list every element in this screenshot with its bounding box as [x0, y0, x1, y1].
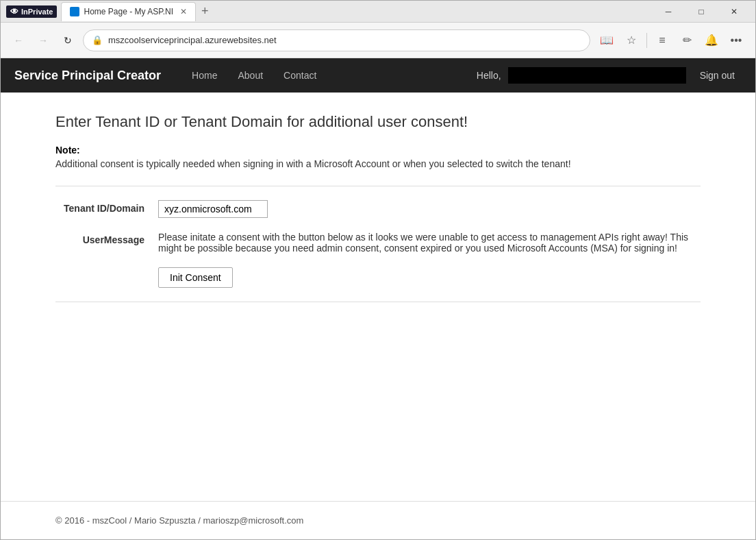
- tab-title: Home Page - My ASP.NI: [84, 7, 173, 16]
- user-message-text: Please initate a consent with the button…: [158, 232, 701, 254]
- tenant-label: Tenant ID/Domain: [55, 200, 144, 214]
- notifications-button[interactable]: 🔔: [701, 29, 722, 51]
- sign-out-button[interactable]: Sign out: [693, 66, 742, 84]
- address-bar: ← → ↻ 🔒 mszcoolserviceprincipal.azureweb…: [1, 23, 755, 58]
- page-title: Enter Tenant ID or Tenant Domain for add…: [55, 113, 701, 131]
- browser-frame: 👁 InPrivate Home Page - My ASP.NI ✕ + ─ …: [0, 0, 756, 540]
- user-message-label: UserMessage: [55, 232, 144, 245]
- inprivate-icon: 👁: [10, 7, 18, 16]
- toolbar-icons: 📖 ☆ ≡ ✏ 🔔 •••: [596, 29, 747, 51]
- divider-top: [55, 186, 701, 186]
- reading-view-button[interactable]: 📖: [596, 29, 618, 51]
- navbar-right: Hello, Sign out: [477, 66, 742, 84]
- window-controls: ─ □ ✕: [653, 1, 750, 23]
- inprivate-label: InPrivate: [21, 8, 53, 16]
- footer-text: © 2016 - mszCool / Mario Szpuszta / mari…: [55, 515, 303, 526]
- navbar-links: Home About Contact: [181, 60, 327, 91]
- user-name-redacted: [508, 67, 686, 84]
- refresh-button[interactable]: ↻: [58, 31, 77, 50]
- notes-button[interactable]: ✏: [676, 29, 698, 51]
- navbar: Service Principal Creator Home About Con…: [1, 58, 755, 93]
- tab-close-button[interactable]: ✕: [180, 7, 187, 16]
- page-content: Enter Tenant ID or Tenant Domain for add…: [1, 93, 755, 501]
- note-text: Additional consent is typically needed w…: [55, 158, 701, 169]
- divider-bottom: [55, 302, 701, 302]
- favorites-button[interactable]: ☆: [620, 29, 642, 51]
- init-consent-button[interactable]: Init Consent: [158, 267, 233, 288]
- note-label: Note:: [55, 145, 701, 156]
- tenant-input[interactable]: [158, 200, 268, 218]
- tab-bar: Home Page - My ASP.NI ✕ +: [61, 2, 653, 21]
- tenant-row: Tenant ID/Domain: [55, 200, 701, 218]
- minimize-button[interactable]: ─: [653, 1, 684, 23]
- hello-text: Hello,: [477, 70, 501, 81]
- browser-tab[interactable]: Home Page - My ASP.NI ✕: [61, 2, 196, 21]
- title-bar: 👁 InPrivate Home Page - My ASP.NI ✕ + ─ …: [1, 1, 755, 23]
- inprivate-badge: 👁 InPrivate: [6, 5, 57, 18]
- user-message-row: UserMessage Please initate a consent wit…: [55, 232, 701, 254]
- button-spacer: [55, 267, 144, 270]
- nav-about-link[interactable]: About: [227, 60, 273, 91]
- footer: © 2016 - mszCool / Mario Szpuszta / mari…: [1, 501, 755, 539]
- app-window: Service Principal Creator Home About Con…: [1, 58, 755, 539]
- form-section: Tenant ID/Domain UserMessage Please init…: [55, 200, 701, 288]
- toolbar-separator: [646, 33, 647, 48]
- hub-button[interactable]: ≡: [651, 29, 673, 51]
- maximize-button[interactable]: □: [685, 1, 717, 23]
- close-button[interactable]: ✕: [718, 1, 750, 23]
- new-tab-button[interactable]: +: [196, 4, 214, 19]
- address-input-wrapper[interactable]: 🔒 mszcoolserviceprincipal.azurewebsites.…: [83, 29, 590, 51]
- tab-favicon: [70, 7, 79, 16]
- back-button[interactable]: ←: [9, 31, 28, 50]
- navbar-brand: Service Principal Creator: [14, 69, 161, 83]
- lock-icon: 🔒: [92, 35, 103, 45]
- forward-button[interactable]: →: [34, 31, 53, 50]
- more-button[interactable]: •••: [725, 29, 747, 51]
- nav-home-link[interactable]: Home: [181, 60, 227, 91]
- note-section: Note: Additional consent is typically ne…: [55, 145, 701, 169]
- address-text: mszcoolserviceprincipal.azurewebsites.ne…: [108, 35, 581, 45]
- button-row: Init Consent: [55, 267, 701, 288]
- nav-contact-link[interactable]: Contact: [273, 60, 327, 91]
